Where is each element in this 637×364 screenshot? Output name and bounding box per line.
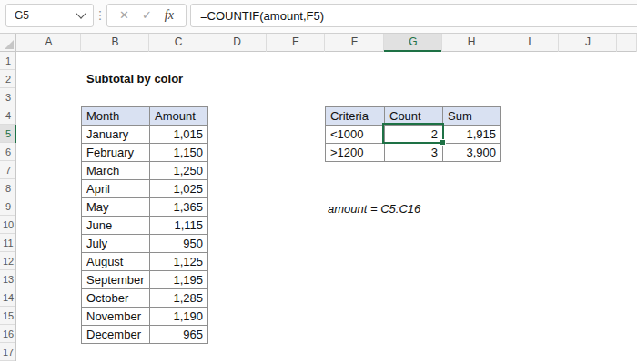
month-table-row: June1,115 bbox=[82, 217, 208, 235]
month-table-row: March1,250 bbox=[82, 162, 208, 180]
column-header-I[interactable]: I bbox=[500, 34, 559, 52]
formula-button-group: ✕ ✓ fx bbox=[106, 4, 187, 27]
criteria-table-row: >120033,900 bbox=[326, 144, 501, 162]
amount-cell[interactable]: 1,285 bbox=[150, 289, 208, 308]
amount-cell[interactable]: 1,250 bbox=[150, 162, 208, 180]
formula-toolbar: G5 ⋮ ✕ ✓ fx =COUNTIF(amount,F5) bbox=[0, 0, 637, 34]
row-header-15[interactable]: 15 bbox=[0, 307, 16, 325]
sheet-grid[interactable]: Subtotal by color MonthAmountJanuary1,01… bbox=[16, 52, 637, 364]
worksheet-title[interactable]: Subtotal by color bbox=[86, 70, 183, 88]
range-note[interactable]: amount = C5:C16 bbox=[328, 200, 420, 218]
month-cell[interactable]: December bbox=[82, 326, 150, 344]
amount-cell[interactable]: 1,195 bbox=[150, 271, 208, 289]
column-header-E[interactable]: E bbox=[267, 34, 325, 52]
amount-cell[interactable]: 1,115 bbox=[150, 217, 208, 235]
month-table: MonthAmountJanuary1,015February1,150Marc… bbox=[81, 106, 208, 344]
confirm-icon[interactable]: ✓ bbox=[136, 5, 158, 26]
criteria-table-row: <100021,915 bbox=[326, 126, 501, 144]
month-table-row: July950 bbox=[82, 235, 208, 253]
criteria-table: CriteriaCountSum<100021,915>120033,900 bbox=[325, 106, 501, 162]
row-header-13[interactable]: 13 bbox=[0, 270, 16, 288]
chevron-down-icon[interactable] bbox=[76, 8, 86, 18]
column-headers: ABCDEFGHIJ bbox=[0, 34, 637, 52]
criteria-cell[interactable]: <1000 bbox=[326, 126, 385, 144]
row-header-5[interactable]: 5 bbox=[0, 125, 16, 143]
amount-cell[interactable]: 1,025 bbox=[150, 180, 208, 198]
sum-cell[interactable]: 1,915 bbox=[443, 126, 501, 144]
row-header-17[interactable]: 17 bbox=[0, 343, 16, 361]
month-table-row: August1,125 bbox=[82, 253, 208, 271]
select-all-triangle-icon bbox=[5, 40, 14, 49]
excel-window: G5 ⋮ ✕ ✓ fx =COUNTIF(amount,F5) ABCDEFGH… bbox=[0, 0, 637, 364]
month-table-row: April1,025 bbox=[82, 180, 208, 198]
column-header-F[interactable]: F bbox=[325, 34, 384, 52]
month-table-row: October1,285 bbox=[82, 289, 208, 308]
amount-cell[interactable]: 1,190 bbox=[150, 308, 208, 326]
month-cell[interactable]: May bbox=[82, 198, 150, 217]
worksheet: ABCDEFGHIJ 1234567891011121314151617 Sub… bbox=[0, 34, 637, 364]
criteria-table-header-criteria[interactable]: Criteria bbox=[326, 107, 385, 126]
row-header-6[interactable]: 6 bbox=[0, 143, 16, 161]
month-cell[interactable]: November bbox=[82, 308, 150, 326]
month-table-header-month[interactable]: Month bbox=[82, 107, 150, 126]
column-header-partial[interactable] bbox=[617, 34, 637, 52]
criteria-cell[interactable]: >1200 bbox=[326, 144, 385, 162]
row-header-2[interactable]: 2 bbox=[0, 70, 16, 88]
month-table-header-row: MonthAmount bbox=[82, 107, 208, 126]
select-all-corner[interactable] bbox=[0, 34, 16, 52]
row-header-3[interactable]: 3 bbox=[0, 88, 16, 106]
month-cell[interactable]: April bbox=[82, 180, 150, 198]
column-header-J[interactable]: J bbox=[559, 34, 617, 52]
row-header-8[interactable]: 8 bbox=[0, 179, 16, 197]
month-table-row: January1,015 bbox=[82, 126, 208, 144]
column-header-B[interactable]: B bbox=[81, 34, 149, 52]
sum-cell[interactable]: 3,900 bbox=[443, 144, 501, 162]
month-table-row: December965 bbox=[82, 326, 208, 344]
row-header-11[interactable]: 11 bbox=[0, 234, 16, 252]
name-box[interactable]: G5 bbox=[5, 4, 94, 27]
row-header-9[interactable]: 9 bbox=[0, 197, 16, 216]
name-box-value: G5 bbox=[15, 9, 29, 22]
month-table-row: May1,365 bbox=[82, 198, 208, 217]
criteria-table-header-sum[interactable]: Sum bbox=[443, 107, 501, 126]
column-header-H[interactable]: H bbox=[442, 34, 500, 52]
formula-bar[interactable]: =COUNTIF(amount,F5) bbox=[190, 4, 637, 27]
amount-cell[interactable]: 1,365 bbox=[150, 198, 208, 217]
column-header-G[interactable]: G bbox=[384, 34, 442, 52]
row-header-4[interactable]: 4 bbox=[0, 106, 16, 125]
month-cell[interactable]: January bbox=[82, 126, 150, 144]
month-cell[interactable]: September bbox=[82, 271, 150, 289]
toolbar-separator-dots: ⋮ bbox=[94, 4, 106, 27]
row-headers: 1234567891011121314151617 bbox=[0, 52, 16, 364]
row-header-16[interactable]: 16 bbox=[0, 325, 16, 343]
month-cell[interactable]: August bbox=[82, 253, 150, 271]
month-cell[interactable]: February bbox=[82, 144, 150, 162]
column-header-A[interactable]: A bbox=[16, 34, 81, 52]
amount-cell[interactable]: 1,125 bbox=[150, 253, 208, 271]
count-cell[interactable]: 3 bbox=[385, 144, 443, 162]
row-header-1[interactable]: 1 bbox=[0, 52, 16, 70]
amount-cell[interactable]: 1,015 bbox=[150, 126, 208, 144]
month-table-row: February1,150 bbox=[82, 144, 208, 162]
insert-function-icon[interactable]: fx bbox=[158, 5, 180, 26]
column-header-D[interactable]: D bbox=[207, 34, 267, 52]
criteria-table-header-row: CriteriaCountSum bbox=[326, 107, 501, 126]
count-cell[interactable]: 2 bbox=[385, 126, 443, 144]
amount-cell[interactable]: 1,150 bbox=[150, 144, 208, 162]
cancel-icon[interactable]: ✕ bbox=[113, 5, 136, 26]
amount-cell[interactable]: 950 bbox=[150, 235, 208, 253]
month-table-row: November1,190 bbox=[82, 308, 208, 326]
column-header-C[interactable]: C bbox=[149, 34, 207, 52]
month-table-row: September1,195 bbox=[82, 271, 208, 289]
row-header-14[interactable]: 14 bbox=[0, 288, 16, 307]
amount-cell[interactable]: 965 bbox=[150, 326, 208, 344]
month-cell[interactable]: July bbox=[82, 235, 150, 253]
month-table-header-amount[interactable]: Amount bbox=[150, 107, 208, 126]
month-cell[interactable]: October bbox=[82, 289, 150, 308]
month-cell[interactable]: March bbox=[82, 162, 150, 180]
criteria-table-header-count[interactable]: Count bbox=[385, 107, 443, 126]
month-cell[interactable]: June bbox=[82, 217, 150, 235]
row-header-7[interactable]: 7 bbox=[0, 161, 16, 179]
row-header-10[interactable]: 10 bbox=[0, 216, 16, 234]
row-header-12[interactable]: 12 bbox=[0, 252, 16, 270]
